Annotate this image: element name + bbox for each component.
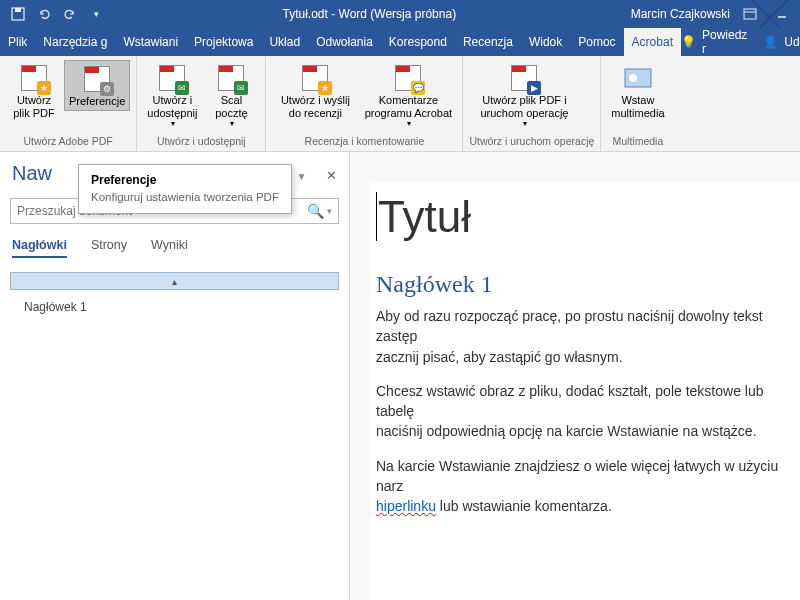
- tab-pomoc[interactable]: Pomoc: [570, 28, 623, 56]
- paragraph[interactable]: Aby od razu rozpocząć pracę, po prostu n…: [376, 306, 800, 367]
- undo-icon[interactable]: [32, 2, 56, 26]
- tab-acrobat[interactable]: Acrobat: [624, 28, 681, 56]
- create-pdf-run-action-button[interactable]: ▶ Utwórz plik PDF i uruchom operację▾: [469, 60, 579, 130]
- qat-dropdown-icon[interactable]: ▾: [84, 2, 108, 26]
- document-area: Tytuł Nagłówek 1 Aby od razu rozpocząć p…: [350, 152, 800, 600]
- acrobat-comments-button[interactable]: 💬 Komentarze programu Acrobat▾: [360, 60, 456, 130]
- nav-dropdown-icon[interactable]: ▼: [297, 171, 307, 182]
- collapse-all-button[interactable]: ▴: [10, 272, 339, 290]
- svg-rect-5: [625, 69, 651, 87]
- tab-wstawianie[interactable]: Wstawiani: [115, 28, 186, 56]
- insert-multimedia-button[interactable]: Wstaw multimedia: [607, 60, 668, 121]
- tab-uklad[interactable]: Układ: [261, 28, 308, 56]
- group-multimedia: Wstaw multimedia Multimedia: [601, 56, 674, 151]
- tab-plik[interactable]: Plik: [0, 28, 35, 56]
- navigation-pane: Naw ▼ ✕ 🔍 ▾ Nagłówki Strony Wyniki ▴ Nag…: [0, 152, 350, 600]
- tab-widok[interactable]: Widok: [521, 28, 570, 56]
- titlebar: ▾ Tytuł.odt - Word (Wersja próbna) Marci…: [0, 0, 800, 28]
- paragraph[interactable]: Na karcie Wstawianie znajdziesz o wiele …: [376, 456, 800, 517]
- group-review-comment: ★ Utwórz i wyślij do recenzji 💬 Komentar…: [266, 56, 463, 151]
- group-label: Recenzja i komentowanie: [272, 133, 456, 149]
- nav-tab-pages[interactable]: Strony: [91, 238, 127, 258]
- share-button[interactable]: Udostępr: [784, 35, 800, 49]
- share-icon: 👤: [763, 35, 778, 49]
- tell-me[interactable]: Powiedz r: [702, 28, 747, 56]
- nav-tab-results[interactable]: Wyniki: [151, 238, 188, 258]
- svg-rect-1: [15, 8, 21, 12]
- create-pdf-button[interactable]: ★ Utwórz plik PDF: [6, 60, 62, 121]
- document-title[interactable]: Tytuł: [376, 192, 800, 243]
- heading-1[interactable]: Nagłówek 1: [376, 271, 800, 298]
- tab-narzedzia[interactable]: Narzędzia g: [35, 28, 115, 56]
- window-title: Tytuł.odt - Word (Wersja próbna): [108, 7, 631, 21]
- preferences-button[interactable]: ⚙ Preferencje: [64, 60, 130, 111]
- ribbon-tabs: Plik Narzędzia g Wstawiani Projektowa Uk…: [0, 28, 800, 56]
- group-label: Multimedia: [607, 133, 668, 149]
- close-icon[interactable]: ✕: [326, 168, 337, 183]
- user-name[interactable]: Marcin Czajkowski: [631, 7, 730, 21]
- create-share-button[interactable]: ✉ Utwórz i udostępnij▾: [143, 60, 201, 130]
- lightbulb-icon: 💡: [681, 35, 696, 49]
- ribbon: ★ Utwórz plik PDF ⚙ Preferencje Utwórz A…: [0, 56, 800, 152]
- group-label: Utwórz i uruchom operację: [469, 133, 594, 149]
- tab-korespondencja[interactable]: Korespond: [381, 28, 455, 56]
- save-icon[interactable]: [6, 2, 30, 26]
- nav-tabs: Nagłówki Strony Wyniki: [0, 228, 349, 268]
- search-dropdown-icon[interactable]: ▾: [327, 206, 332, 216]
- tab-projektowanie[interactable]: Projektowa: [186, 28, 261, 56]
- group-create-adobe-pdf: ★ Utwórz plik PDF ⚙ Preferencje Utwórz A…: [0, 56, 137, 151]
- svg-point-6: [629, 74, 637, 82]
- tooltip: Preferencje Konfiguruj ustawienia tworze…: [78, 164, 292, 214]
- redo-icon[interactable]: [58, 2, 82, 26]
- group-label: Utwórz Adobe PDF: [6, 133, 130, 149]
- nav-title: Naw: [12, 162, 52, 185]
- tab-recenzja[interactable]: Recenzja: [455, 28, 521, 56]
- hyperlink[interactable]: hiperlinku: [376, 498, 436, 514]
- group-create-share: ✉ Utwórz i udostępnij▾ ✉ Scal pocztę▾ Ut…: [137, 56, 266, 151]
- tooltip-body: Konfiguruj ustawienia tworzenia PDF: [91, 191, 279, 203]
- group-label: Utwórz i udostępnij: [143, 133, 259, 149]
- search-icon[interactable]: 🔍: [307, 203, 324, 219]
- nav-tab-headings[interactable]: Nagłówki: [12, 238, 67, 258]
- quick-access-toolbar: ▾: [6, 2, 108, 26]
- tab-odwolania[interactable]: Odwołania: [308, 28, 381, 56]
- paragraph[interactable]: Chcesz wstawić obraz z pliku, dodać kszt…: [376, 381, 800, 442]
- tooltip-title: Preferencje: [91, 173, 279, 187]
- page[interactable]: Tytuł Nagłówek 1 Aby od razu rozpocząć p…: [370, 182, 800, 600]
- mail-merge-button[interactable]: ✉ Scal pocztę▾: [203, 60, 259, 130]
- group-create-run-action: ▶ Utwórz plik PDF i uruchom operację▾ Ut…: [463, 56, 601, 151]
- heading-item[interactable]: Nagłówek 1: [0, 294, 349, 320]
- create-send-review-button[interactable]: ★ Utwórz i wyślij do recenzji: [272, 60, 358, 121]
